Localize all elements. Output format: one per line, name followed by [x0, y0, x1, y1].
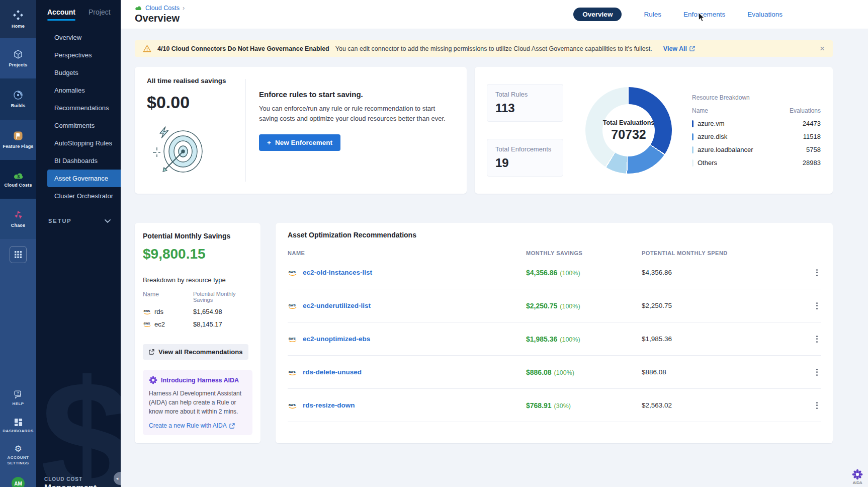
- new-enforcement-label: New Enforcement: [275, 139, 332, 146]
- new-enforcement-button[interactable]: + New Enforcement: [259, 134, 340, 151]
- rail-item-chaos[interactable]: Chaos: [0, 199, 36, 239]
- account-settings-button[interactable]: ⚙ ACCOUNT SETTINGS: [3, 445, 34, 466]
- view-all-recommendations-button[interactable]: View all Recommendations: [143, 344, 248, 360]
- target-illustration: [149, 121, 209, 181]
- table-row: aws ec2-underutilized-list $2,250.75(100…: [288, 289, 821, 322]
- setup-label: SETUP: [48, 218, 72, 224]
- dashboards-button[interactable]: DASHBOARDS: [3, 418, 34, 434]
- sidebar-item-commitments[interactable]: Commitments: [36, 117, 121, 134]
- aida-promo-card: Introducing Harness AIDA Harness AI Deve…: [143, 370, 252, 435]
- aida-create-rule-link[interactable]: Create a new Rule with AIDA: [149, 422, 246, 429]
- legend-name-azure-disk: azure.disk: [698, 133, 727, 140]
- aida-description: Harness AI Development Assistant (AIDA) …: [149, 389, 246, 416]
- breakdown-ec2-name: ec2: [154, 320, 165, 328]
- legend-value-others: 28983: [803, 159, 821, 167]
- aws-icon: aws: [288, 336, 298, 343]
- sidebar-item-autostopping-rules[interactable]: AutoStopping Rules: [36, 134, 121, 152]
- tab-overview[interactable]: Overview: [573, 8, 622, 21]
- row-menu-kebab-icon[interactable]: [813, 333, 821, 346]
- chaos-icon: [13, 210, 23, 220]
- sidebar-item-overview[interactable]: Overview: [36, 29, 121, 46]
- recommendation-link[interactable]: aws rds-delete-unused: [288, 368, 526, 376]
- legend-row: azure.disk 11518: [692, 133, 821, 140]
- sidebar-item-cluster-orchestrator[interactable]: Cluster Orchestrator: [36, 187, 121, 205]
- tab-enforcements[interactable]: Enforcements: [683, 11, 725, 18]
- account-settings-label: ACCOUNT SETTINGS: [3, 455, 34, 466]
- sidebar-item-bi-dashboards[interactable]: BI Dashboards: [36, 152, 121, 170]
- breakdown-col-name: Name: [143, 291, 159, 303]
- legend-value-azure-disk: 11518: [803, 133, 821, 140]
- recommendation-name: rds-delete-unused: [303, 368, 362, 376]
- legend-title: Resource Breakdown: [692, 94, 821, 101]
- aws-icon: aws: [288, 402, 298, 409]
- page-content: 4/10 Cloud Connectors Do Not Have Govern…: [121, 29, 868, 487]
- rail-label-feature-flags: Feature Flags: [3, 144, 33, 149]
- potential-savings-title: Potential Monthly Savings: [143, 232, 252, 240]
- legend-value-azure-loadbalancer: 5758: [806, 146, 821, 153]
- breakdown-subtitle: Breakdown by resource type: [143, 276, 252, 284]
- view-all-recommendations-label: View all Recommendations: [158, 348, 242, 356]
- resource-breakdown-legend: Resource Breakdown Name Evaluations azur…: [692, 94, 821, 167]
- row-menu-kebab-icon[interactable]: [813, 366, 821, 379]
- recommendation-name: rds-resize-down: [303, 401, 355, 409]
- rail-item-home[interactable]: Home: [0, 0, 36, 38]
- monthly-savings-value: $4,356.86: [526, 269, 557, 277]
- breadcrumb[interactable]: Cloud Costs ›: [135, 5, 185, 12]
- monthly-spend-value: $2,563.02: [642, 401, 798, 409]
- external-link-icon: [229, 423, 235, 429]
- recommendation-link[interactable]: aws ec2-underutilized-list: [288, 302, 526, 309]
- rail-item-cloud-costs[interactable]: $ Cloud Costs: [0, 160, 36, 199]
- sidebar-item-asset-governance[interactable]: Asset Governance: [47, 170, 121, 187]
- tab-rules[interactable]: Rules: [644, 11, 661, 18]
- svg-text:aws: aws: [144, 321, 150, 325]
- banner-view-all-label: View All: [663, 45, 687, 52]
- sidebar-item-perspectives[interactable]: Perspectives: [36, 46, 121, 64]
- module-switcher-button[interactable]: [10, 246, 27, 263]
- dollar-watermark: $: [40, 356, 121, 487]
- total-enforcements-tile: Total Enforcements 19: [487, 139, 563, 177]
- recommendation-link[interactable]: aws rds-resize-down: [288, 401, 526, 409]
- scope-tab-project[interactable]: Project: [89, 8, 111, 21]
- realised-savings-value: $0.00: [147, 93, 245, 112]
- banner-close-icon[interactable]: ×: [820, 44, 825, 53]
- monthly-spend-value: $886.08: [642, 368, 798, 376]
- recommendation-name: ec2-underutilized-list: [303, 302, 371, 309]
- row-menu-kebab-icon[interactable]: [813, 299, 821, 312]
- setup-section-toggle[interactable]: SETUP: [36, 218, 121, 224]
- dashboards-icon: [14, 418, 23, 427]
- banner-view-all-link[interactable]: View All: [663, 45, 695, 52]
- sidebar-item-budgets[interactable]: Budgets: [36, 64, 121, 82]
- scope-tab-account[interactable]: Account: [47, 8, 75, 21]
- cloud-costs-breadcrumb-icon: [135, 6, 142, 11]
- help-button[interactable]: ? HELP: [3, 390, 34, 407]
- tab-evaluations[interactable]: Evaluations: [747, 11, 783, 18]
- breakdown-col-value: Potential Monthly Savings: [193, 291, 252, 303]
- total-rules-label: Total Rules: [495, 91, 555, 98]
- aws-icon: aws: [288, 369, 298, 376]
- aida-floating-label: AIDA: [853, 480, 862, 485]
- legend-value-azure-vm: 24473: [803, 120, 821, 127]
- sidebar-item-anomalies[interactable]: Anomalies: [36, 82, 121, 99]
- recommendation-name: ec2-unoptimized-ebs: [303, 335, 370, 343]
- governance-warning-banner: 4/10 Cloud Connectors Do Not Have Govern…: [135, 40, 833, 57]
- sidebar-collapse-handle[interactable]: ◂: [114, 472, 121, 485]
- sidebar-item-recommendations[interactable]: Recommendations: [36, 99, 121, 117]
- enforce-heading: Enforce rules to start saving.: [259, 90, 453, 99]
- legend-marker-others: [692, 159, 693, 167]
- svg-text:$: $: [17, 174, 20, 179]
- rail-item-projects[interactable]: Projects: [0, 38, 36, 78]
- recommendation-link[interactable]: aws ec2-unoptimized-ebs: [288, 335, 526, 343]
- rail-item-feature-flags[interactable]: Feature Flags: [0, 120, 36, 160]
- user-avatar[interactable]: AM: [12, 477, 25, 487]
- row-menu-kebab-icon[interactable]: [813, 266, 821, 279]
- aws-icon: aws: [288, 302, 298, 309]
- aida-floating-button[interactable]: AIDA: [852, 469, 863, 485]
- row-menu-kebab-icon[interactable]: [813, 399, 821, 412]
- enforce-description: You can enforce/run any rule or rule rec…: [259, 104, 453, 123]
- rail-item-builds[interactable]: Builds: [0, 78, 36, 120]
- cloud-costs-sidebar: Account Project Overview Perspectives Bu…: [36, 0, 121, 487]
- rail-label-chaos: Chaos: [11, 223, 26, 228]
- rail-label-cloud-costs: Cloud Costs: [4, 183, 32, 188]
- recommendation-link[interactable]: aws ec2-old-instances-list: [288, 269, 526, 276]
- builds-icon: [13, 90, 23, 100]
